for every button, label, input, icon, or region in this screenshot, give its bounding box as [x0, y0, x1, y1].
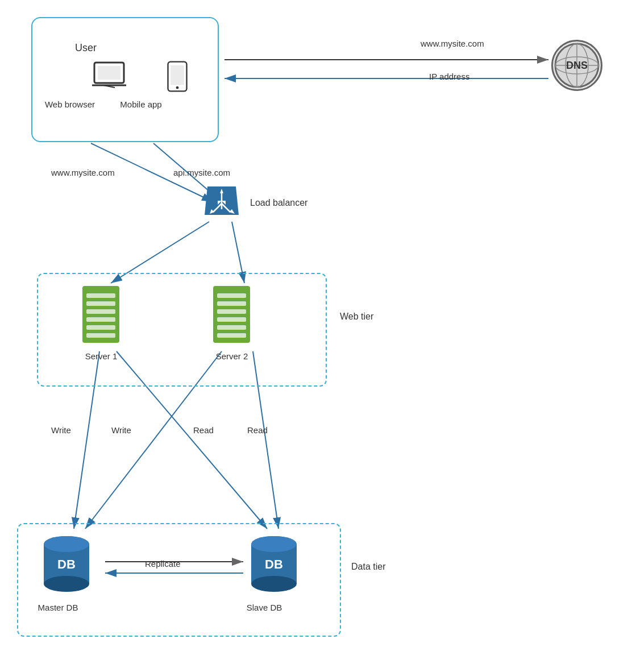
server1-svg [80, 283, 122, 346]
svg-point-22 [176, 86, 179, 89]
svg-rect-43 [86, 325, 115, 330]
write1-label: Write [51, 425, 71, 435]
read1-label: Read [193, 425, 214, 435]
svg-rect-21 [171, 65, 184, 85]
web-browser-text: Web browser [41, 99, 98, 109]
server1-text: Server 1 [78, 351, 124, 361]
server2-text: Server 2 [209, 351, 255, 361]
svg-text:DNS: DNS [566, 60, 588, 71]
dns-globe-svg: DNS [553, 42, 601, 89]
server2-svg [210, 283, 253, 346]
server1-icon [80, 283, 122, 348]
svg-point-54 [44, 576, 89, 592]
web-browser-icon [86, 61, 132, 92]
slave-db-icon: DB [247, 532, 301, 596]
svg-rect-44 [86, 333, 115, 338]
replicate-label: Replicate [145, 559, 181, 569]
architecture-diagram: User Web browser Mobile app [0, 0, 632, 672]
svg-rect-40 [86, 301, 115, 306]
mobile-app-text: Mobile app [115, 99, 167, 109]
user-label: User [75, 42, 97, 54]
svg-rect-46 [217, 293, 246, 298]
slave-db-text: Slave DB [239, 603, 290, 612]
dns-www-label: www.mysite.com [421, 39, 484, 48]
svg-rect-48 [217, 309, 246, 314]
svg-rect-19 [98, 66, 120, 80]
svg-rect-49 [217, 317, 246, 322]
master-db-svg: DB [40, 532, 94, 594]
www-mysite-label: www.mysite.com [51, 168, 115, 177]
user-box: User [31, 17, 219, 142]
svg-rect-50 [217, 325, 246, 330]
load-balancer-svg [202, 181, 242, 221]
svg-rect-39 [86, 293, 115, 298]
mobile-app-icon [157, 61, 197, 94]
data-tier-label: Data tier [351, 562, 385, 572]
server2-icon [210, 283, 253, 348]
read2-label: Read [247, 425, 268, 435]
master-db-text: Master DB [30, 603, 86, 612]
dns-icon: DNS [551, 40, 602, 91]
svg-point-59 [251, 576, 297, 592]
slave-db-svg: DB [247, 532, 301, 594]
write2-label: Write [111, 425, 131, 435]
svg-rect-47 [217, 301, 246, 306]
svg-rect-41 [86, 309, 115, 314]
web-tier-label: Web tier [340, 312, 373, 322]
api-mysite-label: api.mysite.com [173, 168, 230, 177]
svg-point-60 [251, 536, 297, 552]
svg-rect-51 [217, 333, 246, 338]
load-balancer-icon [202, 181, 242, 221]
load-balancer-text: Load balancer [250, 198, 307, 208]
master-db-icon: DB [40, 532, 94, 596]
laptop-svg [92, 61, 126, 89]
svg-text:DB: DB [57, 557, 76, 571]
dns-ip-label: IP address [429, 72, 469, 81]
svg-point-55 [44, 536, 89, 552]
svg-rect-42 [86, 317, 115, 322]
svg-text:DB: DB [265, 557, 283, 571]
tablet-svg [163, 61, 192, 92]
